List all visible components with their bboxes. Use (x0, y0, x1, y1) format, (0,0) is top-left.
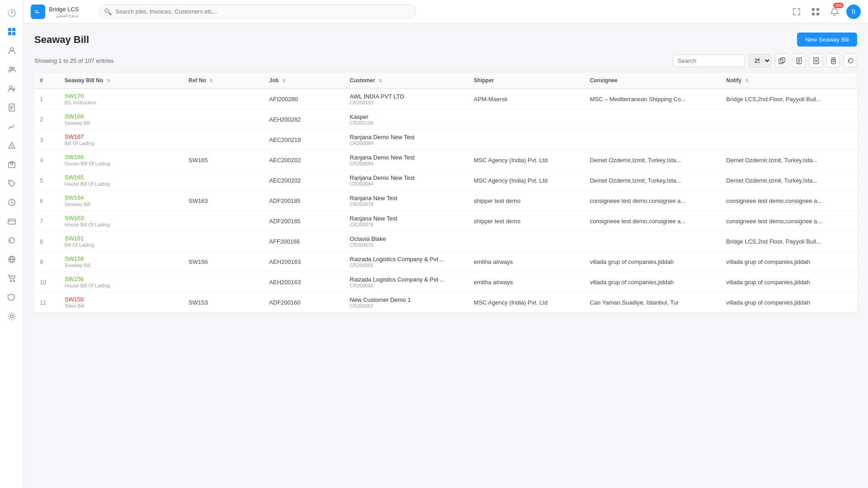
user-avatar[interactable]: B (846, 5, 861, 19)
new-seaway-bill-button[interactable]: New Seaway Bill (797, 33, 857, 47)
cell-shipper: MSC Agency (India) Pvt. Ltd (468, 292, 585, 313)
notification-button[interactable]: 199 (827, 5, 842, 19)
sidebar-item-time[interactable] (4, 194, 20, 211)
table-actions: 25 50 100 (673, 54, 857, 67)
cell-num: 4 (34, 150, 59, 170)
col-header-job[interactable]: Job ⇅ (264, 73, 344, 89)
sw-link[interactable]: SW168 (65, 113, 178, 120)
sw-link[interactable]: SW170 (65, 93, 178, 99)
sw-link[interactable]: SW164 (65, 194, 178, 201)
cell-num: 3 (34, 130, 59, 150)
col-header-notify: Notify ⇅ (721, 73, 857, 89)
sw-link[interactable]: SW165 (65, 174, 178, 181)
cell-swno: SW156 House Bill Of Lading (59, 272, 183, 292)
cell-refno: SW153 (183, 292, 264, 313)
cell-refno (183, 170, 264, 191)
table-search-input[interactable] (673, 55, 745, 67)
sidebar-item-cart[interactable] (4, 270, 20, 286)
sw-link[interactable]: SW156 (65, 276, 178, 282)
sidebar-item-grid[interactable] (4, 23, 20, 40)
cell-num: 10 (34, 272, 59, 292)
svg-rect-22 (816, 13, 819, 15)
global-search-input[interactable] (99, 5, 416, 19)
sidebar-item-clock[interactable]: 🕐 (4, 5, 20, 21)
sidebar-item-globe[interactable] (4, 251, 20, 267)
cell-consignee (585, 231, 721, 252)
customer-name: Kasper (350, 113, 463, 120)
cell-customer: Raizada Logistics Company & Pvt ... CR20… (344, 252, 468, 272)
col-header-refno[interactable]: Ref No ⇅ (183, 73, 264, 89)
table-search-wrap[interactable] (673, 55, 745, 67)
sidebar-item-users[interactable] (4, 61, 20, 78)
cell-job: AEC200202 (264, 150, 344, 170)
svg-rect-9 (9, 163, 15, 168)
page-header: Seaway Bill New Seaway Bill (34, 33, 857, 47)
cell-customer: Ranjana New Test CR200078 (344, 211, 468, 231)
cell-num: 5 (34, 170, 59, 191)
cell-notify: consigneee test demo,consignee a... (721, 191, 857, 211)
svg-point-5 (9, 67, 12, 70)
customer-name: AWL INDIA PVT LTD (350, 93, 463, 100)
cell-refno: SW165 (183, 150, 264, 170)
cell-refno: SW163 (183, 191, 264, 211)
cell-num: 6 (34, 191, 59, 211)
sidebar-item-settings[interactable] (4, 308, 20, 324)
sw-link[interactable]: SW166 (65, 154, 178, 160)
sidebar-item-user[interactable] (4, 42, 20, 59)
sidebar-item-box[interactable] (4, 156, 20, 173)
customer-id: CR200065 (350, 283, 463, 288)
print-button[interactable] (826, 54, 840, 67)
svg-rect-12 (8, 219, 15, 224)
global-search-bar[interactable]: 🔍 (99, 5, 416, 19)
refresh-button[interactable] (844, 54, 857, 67)
cell-consignee: Demet Ozdemir,Izmit, Turkey,Ista... (585, 150, 721, 170)
cell-refno (183, 109, 264, 130)
sw-link[interactable]: SW163 (65, 215, 178, 221)
svg-rect-21 (812, 13, 815, 15)
col-header-customer[interactable]: Customer ⇅ (344, 73, 468, 89)
apps-icon[interactable] (808, 5, 823, 19)
sw-sub: Seaway Bill (65, 263, 178, 268)
sidebar-item-file[interactable] (4, 99, 20, 116)
topbar-right: 199 B (789, 5, 861, 19)
customer-name: Octavia Blake (350, 235, 463, 242)
sidebar-item-chart[interactable] (4, 118, 20, 135)
cell-swno: SW165 House Bill Of Lading (59, 170, 183, 191)
per-page-select[interactable]: 25 50 100 (749, 54, 771, 67)
cell-shipper (468, 109, 585, 130)
svg-point-6 (12, 67, 14, 70)
customer-id: CR200078 (350, 202, 463, 207)
sidebar-item-shield[interactable] (4, 289, 20, 305)
sw-link[interactable]: SW167 (65, 133, 178, 140)
cell-job: AEC200202 (264, 170, 344, 191)
col-header-swno[interactable]: Seaway Bill No ⇅ (59, 73, 183, 89)
customer-name: New Customer Demo 1 (350, 296, 463, 303)
sidebar-item-person-add[interactable] (4, 80, 20, 97)
expand-icon[interactable] (789, 5, 804, 19)
sidebar-item-refresh[interactable] (4, 232, 20, 249)
cell-swno: SW164 Seaway Bill (59, 191, 183, 211)
sw-link[interactable]: SW158 (65, 255, 178, 262)
cell-job: ADF200160 (264, 292, 344, 313)
sw-link[interactable]: SW161 (65, 235, 178, 242)
cell-consignee: MSC – Mediterranean Shipping Co... (585, 89, 721, 109)
customer-id: CR200084 (350, 181, 463, 187)
customer-name: Raizada Logistics Company & Pvt ... (350, 276, 463, 283)
sw-link[interactable]: SW155 (65, 296, 178, 303)
copy-button[interactable] (775, 54, 788, 67)
sidebar-item-tag[interactable] (4, 175, 20, 192)
sw-sub: Seaway Bill (65, 202, 178, 207)
sw-sub: Seaway Bill (65, 120, 178, 126)
svg-point-7 (9, 86, 12, 89)
sw-sub: Telex Bill (65, 303, 178, 309)
sidebar-item-alert[interactable] (4, 137, 20, 154)
sw-sub: House Bill Of Lading (65, 283, 178, 288)
main-area: Bridge LCS بريدج لسس 🔍 199 B Seaway B (24, 0, 868, 488)
csv-button[interactable] (792, 54, 806, 67)
sidebar-item-card[interactable] (4, 213, 20, 230)
cell-customer: Raizada Logistics Company & Pvt ... CR20… (344, 272, 468, 292)
svg-rect-1 (12, 28, 15, 31)
seaway-bill-table: # Seaway Bill No ⇅ Ref No ⇅ Job ⇅ Custom… (34, 73, 857, 313)
excel-button[interactable] (809, 54, 823, 67)
sw-sub: B/L Instruction (65, 100, 178, 105)
